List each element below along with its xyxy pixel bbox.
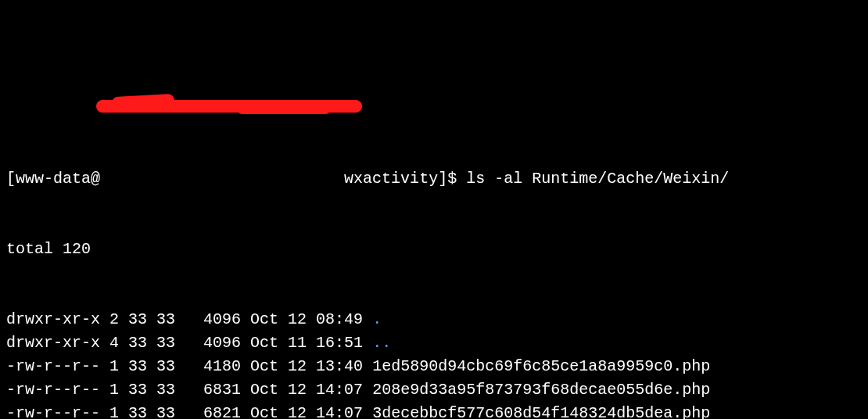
prompt-line: [www-data@ wxactivity]$ ls -al Runtime/C… bbox=[6, 167, 862, 191]
file-date: Oct 12 14:07 bbox=[241, 381, 372, 399]
file-uid: 33 bbox=[119, 310, 147, 328]
file-size: 4096 bbox=[175, 334, 241, 352]
file-links: 1 bbox=[100, 381, 119, 399]
file-size: 4180 bbox=[175, 357, 241, 375]
prompt-host-suffix: wxactivity bbox=[344, 170, 438, 188]
file-perms: -rw-r--r-- bbox=[6, 404, 100, 419]
file-links: 1 bbox=[100, 357, 119, 375]
file-links: 1 bbox=[100, 404, 119, 419]
prompt-host-hidden bbox=[100, 170, 344, 188]
prompt-user: www-data bbox=[16, 170, 91, 188]
file-name: 3decebbcf577c608d54f148324db5dea.php bbox=[372, 404, 710, 419]
file-row: -rw-r--r-- 1 33 33 6821 Oct 12 14:07 3de… bbox=[6, 402, 862, 419]
prompt-symbol: ]$ bbox=[438, 170, 457, 188]
prompt-open: [ bbox=[6, 170, 16, 188]
total-line: total 120 bbox=[6, 238, 862, 261]
file-perms: -rw-r--r-- bbox=[6, 357, 100, 375]
file-date: Oct 11 16:51 bbox=[241, 334, 372, 352]
file-gid: 33 bbox=[147, 310, 175, 328]
file-uid: 33 bbox=[119, 381, 147, 399]
file-row: -rw-r--r-- 1 33 33 6831 Oct 12 14:07 208… bbox=[6, 378, 862, 402]
command-text: ls -al Runtime/Cache/Weixin/ bbox=[466, 170, 729, 188]
file-size: 6821 bbox=[175, 404, 241, 419]
file-size: 6831 bbox=[175, 381, 241, 399]
file-row: drwxr-xr-x 2 33 33 4096 Oct 12 08:49 . bbox=[6, 308, 862, 331]
file-gid: 33 bbox=[147, 381, 175, 399]
file-row: -rw-r--r-- 1 33 33 4180 Oct 12 13:40 1ed… bbox=[6, 355, 862, 378]
file-name: 1ed5890d94cbc69f6c85ce1a8a9959c0.php bbox=[372, 357, 710, 375]
file-listing: drwxr-xr-x 2 33 33 4096 Oct 12 08:49 .dr… bbox=[6, 308, 862, 419]
file-gid: 33 bbox=[147, 404, 175, 419]
file-perms: -rw-r--r-- bbox=[6, 381, 100, 399]
redaction-overlay bbox=[96, 98, 354, 116]
file-date: Oct 12 13:40 bbox=[241, 357, 372, 375]
file-size: 4096 bbox=[175, 310, 241, 328]
total-label: total bbox=[6, 240, 53, 258]
file-perms: drwxr-xr-x bbox=[6, 310, 100, 328]
terminal-output[interactable]: [www-data@ wxactivity]$ ls -al Runtime/C… bbox=[6, 97, 862, 419]
file-name: . bbox=[372, 310, 382, 328]
file-uid: 33 bbox=[119, 334, 147, 352]
file-name: .. bbox=[372, 334, 391, 352]
file-uid: 33 bbox=[119, 404, 147, 419]
total-value: 120 bbox=[63, 240, 91, 258]
file-gid: 33 bbox=[147, 334, 175, 352]
redaction-mark bbox=[237, 103, 331, 114]
file-links: 4 bbox=[100, 334, 119, 352]
file-date: Oct 12 08:49 bbox=[241, 310, 372, 328]
file-gid: 33 bbox=[147, 357, 175, 375]
file-uid: 33 bbox=[119, 357, 147, 375]
file-date: Oct 12 14:07 bbox=[241, 404, 372, 419]
file-perms: drwxr-xr-x bbox=[6, 334, 100, 352]
file-row: drwxr-xr-x 4 33 33 4096 Oct 11 16:51 .. bbox=[6, 331, 862, 355]
file-name: 208e9d33a95f873793f68decae055d6e.php bbox=[372, 381, 710, 399]
file-links: 2 bbox=[100, 310, 119, 328]
